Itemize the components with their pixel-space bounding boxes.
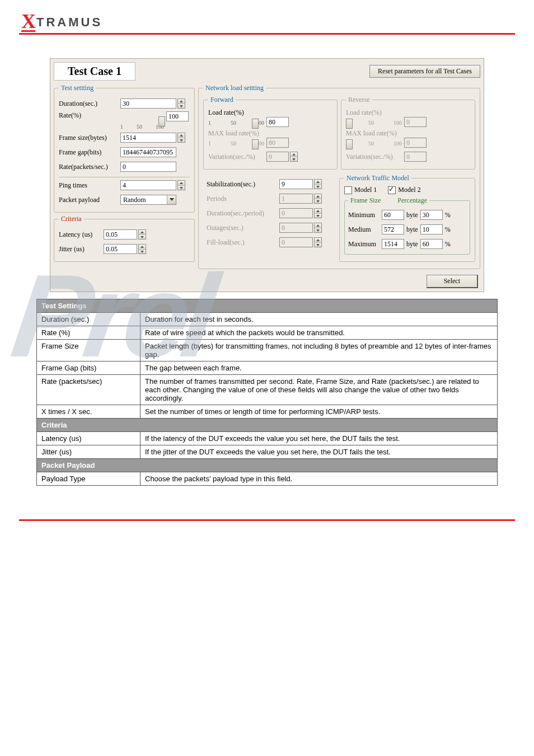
table-row-value: Packet length (bytes) for transmitting f… xyxy=(140,340,498,361)
fill-load-input xyxy=(279,237,313,247)
latency-input[interactable] xyxy=(104,229,137,240)
dur-per-period-label: Duration(sec./period) xyxy=(207,209,279,218)
fwd-load-rate-input[interactable] xyxy=(266,117,289,127)
table-row-key: Rate (%) xyxy=(37,326,140,340)
fwd-variation-label: Variation(sec./%) xyxy=(208,153,266,161)
model2-label: Model 2 xyxy=(398,186,420,194)
ntm-row-name: Minimum xyxy=(348,211,382,219)
reset-button[interactable]: Reset parameters for all Test Cases xyxy=(369,65,480,78)
payload-label: Packet payload xyxy=(59,196,120,204)
ntm-pct-input[interactable] xyxy=(420,224,443,234)
group-reverse: Reverse Load rate(%) 1 50 100 xyxy=(341,96,475,170)
select-button[interactable]: Select xyxy=(427,275,478,288)
ntm-pct-unit: % xyxy=(445,211,451,219)
rate-input[interactable] xyxy=(166,111,189,121)
logo-rest: TRAMUS xyxy=(36,15,102,30)
table-row: Frame SizePacket length (bytes) for tran… xyxy=(37,340,498,361)
table-row-value: The number of frames transmitted per sec… xyxy=(140,375,498,405)
logo-x: X xyxy=(21,12,35,32)
outages-spinner xyxy=(314,223,322,233)
outages-input xyxy=(279,223,313,233)
latency-spinner[interactable] xyxy=(138,229,146,240)
duration-label: Duration(sec.) xyxy=(59,100,120,108)
frame-gap-label: Frame gap(bits) xyxy=(59,148,120,157)
table-row-key: Rate (packets/sec) xyxy=(37,375,140,405)
ntm-pct-unit: % xyxy=(445,226,451,234)
rev-max-tick-50: 50 xyxy=(368,140,374,147)
table-row-key: Duration (sec.) xyxy=(37,313,140,326)
latency-label: Latency (us) xyxy=(59,231,104,239)
group-criteria: Criteria Latency (us) Jitter (us) xyxy=(54,215,195,262)
table-row-value: If the jitter of the DUT exceeds the val… xyxy=(140,445,498,459)
ping-times-input[interactable] xyxy=(120,180,176,190)
ntm-bytes-input[interactable] xyxy=(382,224,404,234)
group-network-load-legend: Network load settting xyxy=(203,84,266,92)
periods-input xyxy=(279,194,313,204)
group-traffic-model-legend: Network Traffic Model xyxy=(344,174,411,182)
group-frame-percent: Frame Size Percentage Minimumbyte%Medium… xyxy=(344,196,470,255)
table-row: Frame Gap (bits)The gap between each fra… xyxy=(37,361,498,375)
rev-load-tick-50: 50 xyxy=(368,120,374,126)
ntm-pct-input[interactable] xyxy=(420,210,443,220)
ping-times-spinner[interactable] xyxy=(177,180,185,190)
frame-size-label: Frame size(bytes) xyxy=(59,134,120,142)
table-row-value: The gap between each frame. xyxy=(140,361,498,375)
rate-pps-label: Rate(packets/sec.) xyxy=(59,163,120,171)
ntm-row: Minimumbyte% xyxy=(348,208,466,222)
table-row: Duration (sec.)Duration for each test in… xyxy=(37,313,498,326)
group-test-setting-legend: Test settting xyxy=(59,84,96,92)
table-section-header: Test Settings xyxy=(37,299,498,313)
payload-select-dropdown-icon[interactable] xyxy=(167,195,176,204)
table-row-value: Choose the packets' payload type in this… xyxy=(140,472,498,486)
frame-gap-input[interactable] xyxy=(120,147,176,157)
table-row-value: Duration for each test in seconds. xyxy=(140,313,498,326)
page-title: Test Case 1 xyxy=(54,62,135,81)
frame-size-spinner[interactable] xyxy=(177,133,185,143)
ntm-byte-unit: byte xyxy=(406,226,418,234)
model1-checkbox[interactable]: Model 1 xyxy=(344,186,377,194)
rev-load-rate-label: Load rate(%) xyxy=(346,109,382,117)
frame-size-input[interactable] xyxy=(120,133,176,143)
group-network-load: Network load settting Forward Load rate(… xyxy=(198,84,480,269)
model2-checkbox[interactable]: Model 2 xyxy=(388,186,420,194)
table-row: Jitter (us)If the jitter of the DUT exce… xyxy=(37,445,498,459)
group-test-setting: Test settting Duration(sec.) Rate(%) xyxy=(54,84,195,213)
rev-variation-label: Variation(sec./%) xyxy=(346,153,404,161)
payload-select[interactable]: Random xyxy=(120,195,176,205)
ntm-bytes-input[interactable] xyxy=(382,239,404,249)
table-row-key: Jitter (us) xyxy=(37,445,140,459)
table-row-value: Set the number of times or length of tim… xyxy=(140,405,498,419)
ntm-bytes-input[interactable] xyxy=(382,210,404,220)
jitter-label: Jitter (us) xyxy=(59,245,104,253)
ntm-row-name: Medium xyxy=(348,226,382,234)
fwd-variation-spinner xyxy=(290,152,298,162)
table-row: X times / X sec.Set the number of times … xyxy=(37,405,498,419)
outages-label: Outages(sec.) xyxy=(207,224,279,232)
group-forward-legend: Forward xyxy=(208,96,236,104)
top-rule xyxy=(19,33,515,35)
jitter-input[interactable] xyxy=(104,244,137,254)
fwd-load-tick-1: 1 xyxy=(208,120,211,126)
ntm-pct-unit: % xyxy=(445,240,451,248)
dur-per-period-input xyxy=(279,208,313,218)
ntm-row-name: Maximum xyxy=(348,240,382,248)
dur-per-period-spinner xyxy=(314,208,322,218)
group-criteria-legend: Criteria xyxy=(59,215,84,223)
bottom-rule xyxy=(19,519,515,521)
model1-label: Model 1 xyxy=(354,186,377,194)
jitter-spinner[interactable] xyxy=(138,244,146,254)
frame-size-col-label: Frame Size xyxy=(350,196,381,205)
duration-spinner[interactable] xyxy=(177,98,185,109)
rate-tick-1: 1 xyxy=(120,124,123,130)
fill-load-spinner xyxy=(314,237,322,247)
duration-input[interactable] xyxy=(120,98,176,109)
stabilization-input[interactable] xyxy=(279,179,313,189)
ntm-byte-unit: byte xyxy=(406,211,418,219)
rate-pps-input[interactable] xyxy=(120,162,176,172)
fwd-max-tick-50: 50 xyxy=(231,140,236,147)
table-row-key: X times / X sec. xyxy=(37,405,140,419)
stabilization-spinner[interactable] xyxy=(314,179,322,189)
rate-label: Rate(%) xyxy=(59,111,120,120)
rev-load-tick-100: 100 xyxy=(394,120,402,126)
ntm-pct-input[interactable] xyxy=(420,239,443,249)
